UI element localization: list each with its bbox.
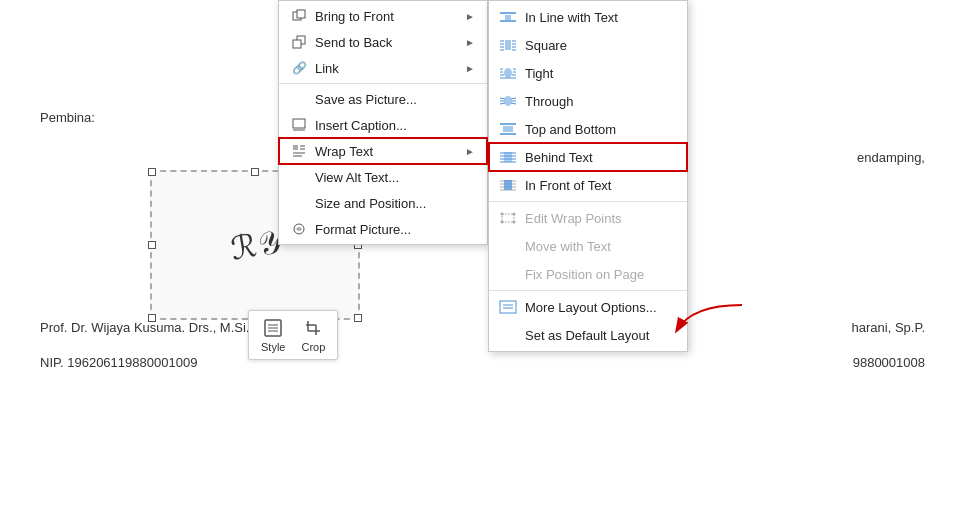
save-as-picture-icon (291, 91, 307, 107)
menu-item-insert-caption[interactable]: Insert Caption... (279, 112, 487, 138)
doc-header-text: Pembina: (40, 110, 95, 125)
submenu-more-layout[interactable]: More Layout Options... (489, 293, 687, 321)
svg-point-64 (513, 221, 516, 224)
svg-rect-47 (503, 126, 513, 132)
wrap-text-arrow: ► (465, 146, 475, 157)
svg-rect-12 (293, 119, 305, 128)
handle-br[interactable] (354, 314, 362, 322)
svg-point-62 (513, 213, 516, 216)
submenu-inline-with-text[interactable]: In Line with Text (489, 3, 687, 31)
wrap-text-icon (291, 143, 307, 159)
svg-point-63 (501, 221, 504, 224)
style-crop-bar: Style Crop (248, 310, 338, 360)
link-arrow: ► (465, 63, 475, 74)
move-with-text-icon (499, 237, 517, 255)
menu-item-bring-to-front[interactable]: Bring to Front ► (279, 3, 487, 29)
submenu-tight[interactable]: Tight (489, 59, 687, 87)
crop-button[interactable]: Crop (295, 315, 331, 355)
send-to-back-icon (291, 34, 307, 50)
in-front-label: In Front of Text (525, 178, 611, 193)
set-default-icon (499, 326, 517, 344)
bring-to-front-label: Bring to Front (315, 9, 457, 24)
doc-right-nip: 9880001008 (853, 355, 925, 370)
submenu-behind-text[interactable]: Behind Text (489, 143, 687, 171)
more-layout-icon (499, 298, 517, 316)
bring-to-front-icon (291, 8, 307, 24)
svg-rect-9 (297, 10, 305, 18)
handle-tm[interactable] (251, 168, 259, 176)
svg-rect-54 (504, 152, 512, 162)
svg-point-61 (501, 213, 504, 216)
inline-text-icon (499, 8, 517, 26)
move-with-text-label: Move with Text (525, 239, 611, 254)
menu-item-save-as-picture[interactable]: Save as Picture... (279, 86, 487, 112)
svg-point-40 (504, 96, 512, 106)
menu-item-wrap-text[interactable]: Wrap Text ► (279, 138, 487, 164)
handle-tl[interactable] (148, 168, 156, 176)
crop-icon (302, 317, 324, 339)
insert-caption-icon (291, 117, 307, 133)
submenu-sep-1 (489, 201, 687, 202)
style-icon (262, 317, 284, 339)
submenu-top-and-bottom[interactable]: Top and Bottom (489, 115, 687, 143)
tight-label: Tight (525, 66, 553, 81)
edit-wrap-icon (499, 209, 517, 227)
fix-position-icon (499, 265, 517, 283)
submenu-in-front-of-text[interactable]: In Front of Text (489, 171, 687, 199)
size-position-label: Size and Position... (315, 196, 475, 211)
menu-item-format-picture[interactable]: Format Picture... (279, 216, 487, 242)
square-label: Square (525, 38, 567, 53)
link-icon: 🔗 (291, 60, 307, 76)
view-alt-text-label: View Alt Text... (315, 170, 475, 185)
insert-caption-label: Insert Caption... (315, 118, 475, 133)
svg-rect-23 (505, 40, 511, 50)
submenu-move-with-text[interactable]: Move with Text (489, 232, 687, 260)
menu-item-size-and-position[interactable]: Size and Position... (279, 190, 487, 216)
handle-bl[interactable] (148, 314, 156, 322)
behind-text-label: Behind Text (525, 150, 593, 165)
context-menu: Bring to Front ► Send to Back ► 🔗 Link ►… (278, 0, 488, 245)
submenu-edit-wrap-points[interactable]: Edit Wrap Points (489, 204, 687, 232)
svg-line-46 (511, 103, 516, 104)
svg-rect-60 (502, 214, 514, 222)
send-to-back-label: Send to Back (315, 35, 457, 50)
wrap-text-submenu: In Line with Text Square (488, 0, 688, 352)
style-button[interactable]: Style (255, 315, 291, 355)
svg-rect-21 (505, 15, 511, 20)
submenu-square[interactable]: Square (489, 31, 687, 59)
doc-header-right: endamping, (857, 150, 925, 165)
wrap-text-label: Wrap Text (315, 144, 457, 159)
tight-icon (499, 64, 517, 82)
set-default-label: Set as Default Layout (525, 328, 649, 343)
separator-1 (279, 83, 487, 84)
menu-item-link[interactable]: 🔗 Link ► (279, 55, 487, 81)
send-to-back-arrow: ► (465, 37, 475, 48)
format-picture-icon (291, 221, 307, 237)
size-position-icon (291, 195, 307, 211)
save-as-picture-label: Save as Picture... (315, 92, 475, 107)
submenu-through[interactable]: Through (489, 87, 687, 115)
submenu-fix-position[interactable]: Fix Position on Page (489, 260, 687, 288)
edit-wrap-label: Edit Wrap Points (525, 211, 622, 226)
svg-point-32 (504, 68, 512, 78)
through-icon (499, 92, 517, 110)
menu-item-view-alt-text[interactable]: View Alt Text... (279, 164, 487, 190)
svg-line-45 (500, 103, 505, 104)
top-bottom-icon (499, 120, 517, 138)
style-label: Style (261, 341, 285, 353)
crop-label: Crop (301, 341, 325, 353)
svg-rect-11 (293, 40, 301, 48)
handle-ml[interactable] (148, 241, 156, 249)
square-icon (499, 36, 517, 54)
svg-line-41 (500, 98, 505, 99)
submenu-set-default[interactable]: Set as Default Layout (489, 321, 687, 349)
view-alt-text-icon (291, 169, 307, 185)
signature-content: ℛ𝒴 (228, 222, 283, 268)
through-label: Through (525, 94, 573, 109)
top-bottom-label: Top and Bottom (525, 122, 616, 137)
svg-line-42 (511, 98, 516, 99)
svg-rect-59 (504, 180, 512, 190)
menu-item-send-to-back[interactable]: Send to Back ► (279, 29, 487, 55)
submenu-sep-2 (489, 290, 687, 291)
svg-rect-14 (293, 145, 298, 150)
